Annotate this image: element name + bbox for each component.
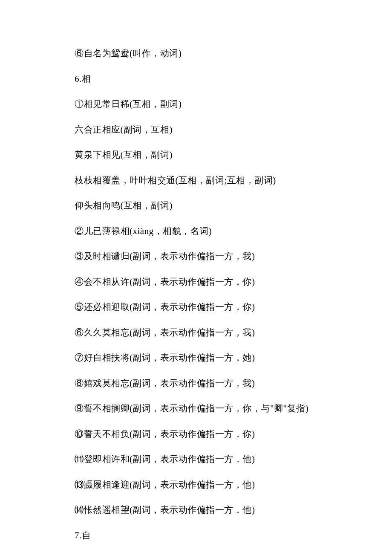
text-line: ⑥自名为鸳鸯(叫作，动词): [75, 47, 317, 61]
text-line: ⒁怅然遥相望(副词，表示动作偏指一方，他): [75, 503, 317, 517]
text-line: 枝枝相覆盖，叶叶相交通(互相，副词;互相，副词): [75, 174, 317, 188]
text-line: ②儿已薄禄相(xiàng，相貌，名词): [75, 225, 317, 238]
text-line: 仰头相向鸣(互相，副词): [75, 199, 317, 213]
text-line: ⑦好自相扶将(副词，表示动作偏指一方，她): [75, 351, 317, 365]
text-line: 7.自: [75, 529, 317, 543]
text-line: ④会不相从许(副词，表示动作偏指一方，你): [75, 275, 317, 289]
text-line: ⑾登即相许和(副词，表示动作偏指一方，他): [75, 453, 317, 466]
text-line: ③及时相谴归(副词，表示动作偏指一方，我): [75, 250, 317, 263]
text-line: ⑩誓天不相负(副词，表示动作偏指一方，你): [75, 428, 317, 441]
document-body: ⑥自名为鸳鸯(叫作，动词)6.相①相见常日稀(互相，副词)六合正相应(副词，互相…: [75, 47, 317, 555]
text-line: ⑨誓不相搁卿(副词，表示动作偏指一方，你，与"卿"复指): [75, 402, 317, 416]
text-line: ⑥久久莫相忘(副词，表示动作偏指一方，我): [75, 326, 317, 340]
text-line: 六合正相应(副词，互相): [75, 123, 317, 137]
text-line: ⑧嬉戏莫相忘(副词，表示动作偏指一方，我): [75, 377, 317, 390]
text-line: 6.相: [75, 72, 317, 86]
text-line: ①相见常日稀(互相，副词): [75, 98, 317, 111]
text-line: ⑤还必相迎取(副词，表示动作偏指一方，你): [75, 301, 317, 314]
text-line: ⒀蹑履相逢迎(副词，表示动作偏指一方，他): [75, 478, 317, 492]
text-line: 黄泉下相见(互相，副词): [75, 148, 317, 162]
